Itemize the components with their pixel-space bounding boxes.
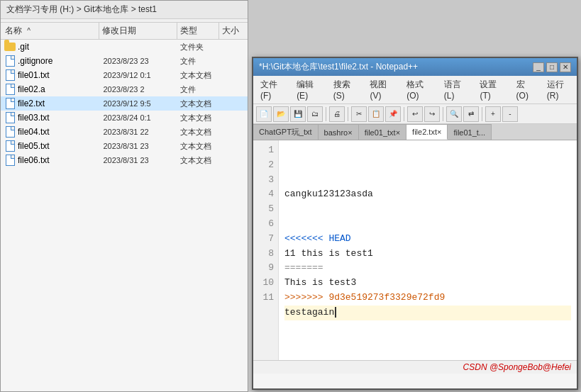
notepad-title: *H:\Git本地仓库\test1\file2.txt - Notepad++ (259, 61, 418, 73)
file-name: file06.txt (18, 155, 100, 165)
toolbar-new[interactable]: 📄 (256, 106, 272, 122)
col-type-header[interactable]: 类型 (177, 23, 220, 39)
file-list: .git 文件夹 .gitignore 2023/8/23 23 文件 file… (1, 40, 248, 375)
toolbar-replace[interactable]: ⇄ (463, 106, 479, 122)
file-type: 文本文档 (177, 99, 219, 109)
toolbar-zoom-out[interactable]: - (502, 106, 518, 122)
file-date: 2023/8/31 22 (100, 128, 177, 136)
line-number: 8 (258, 247, 274, 262)
line-number: 4 (258, 187, 274, 202)
file-name: file03.txt (18, 113, 100, 123)
file-icon-cell (4, 69, 16, 81)
col-date-header[interactable]: 修改日期 (99, 23, 177, 39)
toolbar-saveall[interactable]: 🗂 (307, 106, 323, 122)
toolbar-separator-5 (482, 107, 482, 121)
code-line (284, 202, 571, 217)
breadcrumb: 文档学习专用 (H:) > Git本地仓库 > test1 (6, 4, 157, 16)
code-line (284, 217, 571, 232)
file-icon-cell (4, 126, 16, 138)
code-area[interactable]: cangku123123asda<<<<<<< HEAD11 this is t… (279, 140, 577, 360)
file-date: 2023/8/31 23 (100, 142, 177, 150)
file-date: 2023/8/24 0:1 (100, 113, 177, 122)
file-icon-cell (4, 41, 16, 52)
toolbar-redo[interactable]: ↪ (424, 106, 440, 122)
list-item[interactable]: file05.txt 2023/8/31 23 文本文档 (1, 139, 248, 153)
file-type: 文件 (177, 56, 219, 67)
file-icon-cell (4, 55, 16, 67)
col-size-header[interactable]: 大小 (219, 23, 248, 39)
explorer-window: 文档学习专用 (H:) > Git本地仓库 > test1 名称 ^ 修改日期 … (0, 0, 248, 392)
list-item[interactable]: file02.a 2023/8/23 2 文件 (1, 82, 248, 96)
menu-item[interactable]: 文件(F) (256, 77, 287, 102)
file-type: 文本文档 (177, 70, 219, 81)
tab[interactable]: file01_t... (448, 124, 492, 140)
file-type: 文本文档 (177, 141, 219, 152)
line-numbers: 1234567891011 (253, 140, 279, 360)
line-number: 6 (258, 217, 274, 232)
file-date: 2023/8/23 23 (100, 57, 177, 65)
list-item[interactable]: file06.txt 2023/8/31 23 文本文档 (1, 153, 248, 167)
list-item[interactable]: file04.txt 2023/8/31 22 文本文档 (1, 125, 248, 139)
file-name: file01.txt (18, 70, 100, 80)
sort-icon: ^ (27, 27, 31, 35)
notepad-window: *H:\Git本地仓库\test1\file2.txt - Notepad++ … (252, 57, 578, 390)
menu-item[interactable]: 视图(V) (365, 77, 397, 102)
list-item[interactable]: file01.txt 2023/9/12 0:1 文本文档 (1, 68, 248, 82)
list-item[interactable]: file03.txt 2023/8/24 0:1 文本文档 (1, 111, 248, 125)
line-number: 11 (258, 291, 274, 306)
column-header: 名称 ^ 修改日期 类型 大小 (1, 23, 248, 40)
close-button[interactable]: ✕ (560, 62, 571, 72)
code-line: cangku123123asda (284, 187, 571, 202)
col-name-header[interactable]: 名称 ^ (1, 23, 99, 39)
toolbar-find[interactable]: 🔍 (446, 106, 462, 122)
file-date: 2023/8/31 23 (100, 156, 177, 164)
line-number: 7 (258, 232, 274, 247)
file-type: 文本文档 (177, 127, 219, 138)
maximize-button[interactable]: □ (546, 62, 558, 72)
code-line: This is test3 (284, 276, 571, 291)
file-icon (6, 98, 15, 109)
tab[interactable]: ChatGPT玩_txt (253, 124, 319, 140)
toolbar-separator-2 (348, 107, 348, 121)
tab[interactable]: bashro× (319, 124, 359, 140)
code-line: 11 this is test1 (284, 247, 571, 262)
menu-item[interactable]: 格式(O) (402, 77, 434, 102)
tab[interactable]: file2.txt× (406, 124, 448, 140)
toolbar-paste[interactable]: 📌 (385, 106, 401, 122)
tab-label: file2.txt× (412, 128, 441, 136)
toolbar-separator-1 (326, 107, 326, 121)
toolbar-print[interactable]: 🖨 (329, 106, 345, 122)
menu-item[interactable]: 编辑(E) (292, 77, 323, 102)
minimize-button[interactable]: _ (533, 62, 544, 72)
file-type: 文件 (177, 84, 219, 95)
list-item[interactable]: .git 文件夹 (1, 40, 248, 54)
code-line: ======= (284, 261, 571, 276)
menu-item[interactable]: 运行(R) (543, 77, 574, 102)
toolbar-copy[interactable]: 📋 (368, 106, 384, 122)
toolbar-zoom-in[interactable]: + (485, 106, 501, 122)
notepad-menubar: 文件(F)编辑(E)搜索(S)视图(V)格式(O)语言(L)设置(T)宏(O)运… (253, 76, 577, 104)
list-item[interactable]: file2.txt 2023/9/12 9:5 文本文档 (1, 96, 248, 111)
file-icon (6, 55, 15, 67)
code-line: >>>>>>> 9d3e519273f3329e72fd9 (284, 291, 571, 306)
menu-item[interactable]: 宏(O) (512, 77, 537, 102)
notepad-titlebar: *H:\Git本地仓库\test1\file2.txt - Notepad++ … (253, 58, 577, 76)
toolbar-cut[interactable]: ✂ (351, 106, 367, 122)
menu-item[interactable]: 搜索(S) (329, 77, 360, 102)
file-icon (6, 84, 15, 95)
list-item[interactable]: .gitignore 2023/8/23 23 文件 (1, 54, 248, 68)
menu-item[interactable]: 设置(T) (475, 77, 506, 102)
file-date: 2023/9/12 0:1 (100, 71, 177, 79)
file-type: 文本文档 (177, 113, 219, 123)
folder-icon (4, 43, 16, 51)
toolbar-undo[interactable]: ↩ (407, 106, 423, 122)
toolbar-separator-3 (404, 107, 404, 121)
file-icon-cell (4, 112, 16, 123)
line-number: 9 (258, 261, 274, 276)
menu-item[interactable]: 语言(L) (440, 77, 470, 102)
toolbar-open[interactable]: 📂 (273, 106, 289, 122)
tab[interactable]: file01_txt× (359, 124, 406, 140)
toolbar-save[interactable]: 💾 (290, 106, 306, 122)
file-icon-cell (4, 155, 16, 166)
file-name: file04.txt (18, 127, 100, 137)
